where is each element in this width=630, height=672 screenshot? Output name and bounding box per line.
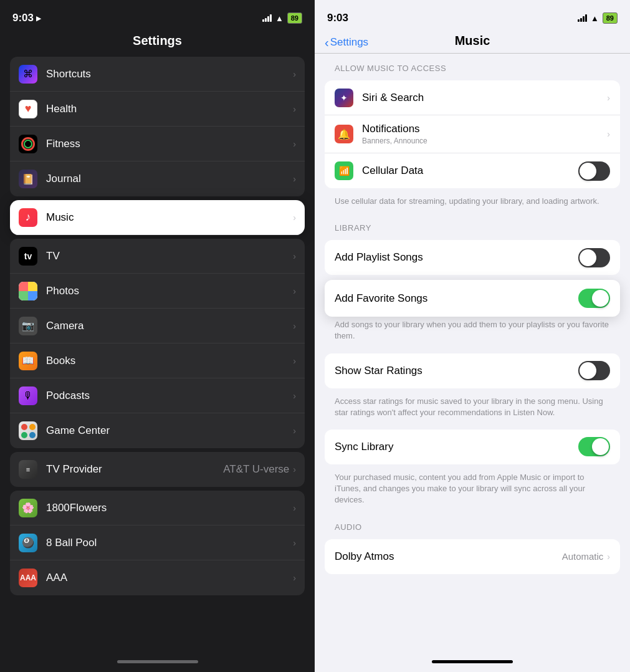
allow-music-section: ✦ Siri & Search › 🔔 Notifications Banner… <box>325 80 620 188</box>
camera-chevron: › <box>293 321 296 331</box>
right-page-title: Music <box>325 34 620 48</box>
add-favorite-songs-thumb <box>592 290 609 307</box>
fitness-label: Fitness <box>46 138 293 150</box>
right-status-time: 9:03 <box>327 12 348 24</box>
settings-row-dolby[interactable]: Dolby Atmos Automatic › <box>325 539 620 574</box>
cellular-label: Cellular Data <box>362 165 578 177</box>
gamecenter-label: Game Center <box>46 425 293 437</box>
add-favorite-songs-label: Add Favorite Songs <box>335 292 578 305</box>
add-favorite-songs-toggle[interactable] <box>578 289 610 308</box>
siri-chevron: › <box>607 93 610 103</box>
1800flowers-label: 1800Flowers <box>46 502 293 514</box>
settings-row-fitness[interactable]: Fitness › <box>10 127 305 161</box>
journal-label: Journal <box>46 173 293 185</box>
shortcuts-chevron: › <box>293 69 296 79</box>
tvprovider-label: TV Provider <box>46 463 223 476</box>
settings-section-tvprovider: ≡ TV Provider AT&T U-verse › <box>10 452 305 487</box>
settings-row-health[interactable]: ♥ Health › <box>10 92 305 127</box>
settings-section-3: tv TV › Photos › 📷 <box>10 239 305 448</box>
aaa-icon: AAA <box>19 569 37 587</box>
library-header: LIBRARY <box>315 213 630 235</box>
dolby-section: Dolby Atmos Automatic › <box>325 539 620 574</box>
settings-row-add-playlist-songs[interactable]: Add Playlist Songs <box>325 240 620 275</box>
settings-row-1800flowers[interactable]: 🌸 1800Flowers › <box>10 491 305 526</box>
8ball-chevron: › <box>293 538 296 548</box>
right-battery-indicator: 89 <box>603 12 618 24</box>
podcasts-chevron: › <box>293 391 296 401</box>
books-icon: 📖 <box>19 352 37 370</box>
back-chevron: ‹ <box>325 35 329 49</box>
settings-row-shortcuts[interactable]: ⌘ Shortcuts › <box>10 57 305 92</box>
right-home-bar <box>432 660 513 663</box>
settings-row-journal[interactable]: 📔 Journal › <box>10 161 305 196</box>
shortcuts-icon: ⌘ <box>19 65 37 84</box>
settings-row-books[interactable]: 📖 Books › <box>10 343 305 378</box>
journal-chevron: › <box>293 174 296 184</box>
settings-row-sync-library[interactable]: Sync Library <box>325 430 620 464</box>
settings-row-tv[interactable]: tv TV › <box>10 239 305 274</box>
right-signal-icon <box>578 14 587 22</box>
notifications-label: Notifications <box>362 123 607 135</box>
settings-row-cellular[interactable]: 📶 Cellular Data <box>325 153 620 188</box>
1800flowers-chevron: › <box>293 503 296 513</box>
settings-row-tvprovider[interactable]: ≡ TV Provider AT&T U-verse › <box>10 452 305 487</box>
fitness-chevron: › <box>293 139 296 149</box>
tvprovider-chevron: › <box>293 464 296 474</box>
star-ratings-thumb <box>580 362 596 379</box>
tv-icon: tv <box>19 247 37 266</box>
star-ratings-label: Show Star Ratings <box>335 365 578 377</box>
left-status-icons: ▲ 89 <box>262 12 302 24</box>
photos-icon <box>19 282 37 300</box>
dolby-label: Dolby Atmos <box>335 550 562 563</box>
add-playlist-songs-toggle[interactable] <box>578 248 610 267</box>
cellular-toggle[interactable] <box>578 161 610 181</box>
sync-library-thumb <box>592 438 609 455</box>
signal-icon <box>262 14 272 22</box>
right-nav-bar: ‹ Settings Music <box>315 31 630 54</box>
sync-library-toggle[interactable] <box>578 437 610 456</box>
left-home-indicator <box>0 651 315 672</box>
aaa-label: AAA <box>46 572 293 584</box>
cellular-description: Use cellular data for streaming, updatin… <box>315 193 630 213</box>
add-playlist-songs-thumb <box>580 249 596 266</box>
notifications-chevron: › <box>607 129 610 139</box>
books-label: Books <box>46 355 293 367</box>
photos-label: Photos <box>46 285 293 297</box>
add-favorite-songs-row[interactable]: Add Favorite Songs <box>325 280 620 317</box>
aaa-chevron: › <box>293 573 296 583</box>
settings-row-aaa[interactable]: AAA AAA › <box>10 560 305 595</box>
settings-row-star-ratings[interactable]: Show Star Ratings <box>325 353 620 388</box>
cellular-toggle-thumb <box>580 163 596 180</box>
settings-row-notifications[interactable]: 🔔 Notifications Banners, Announce › <box>325 115 620 153</box>
right-content: ALLOW MUSIC TO ACCESS ✦ Siri & Search › … <box>315 54 630 651</box>
right-panel: 9:03 ▲ 89 ‹ Settings Music ALLOW MUSIC T… <box>315 0 630 672</box>
settings-row-podcasts[interactable]: 🎙 Podcasts › <box>10 378 305 413</box>
settings-row-siri[interactable]: ✦ Siri & Search › <box>325 80 620 115</box>
tvprovider-value: AT&T U-verse <box>223 463 289 476</box>
settings-row-camera[interactable]: 📷 Camera › <box>10 309 305 343</box>
podcasts-label: Podcasts <box>46 390 293 402</box>
dolby-chevron: › <box>607 552 610 562</box>
settings-section-1: ⌘ Shortcuts › ♥ Health › Fitness › <box>10 57 305 196</box>
library-description: Add songs to your library when you add t… <box>315 317 630 348</box>
settings-row-music[interactable]: ♪ Music › <box>10 200 305 235</box>
wifi-icon: ▲ <box>275 14 284 23</box>
star-ratings-toggle[interactable] <box>578 361 610 380</box>
health-icon: ♥ <box>19 100 37 118</box>
back-button[interactable]: ‹ Settings <box>325 35 368 49</box>
library-section: Add Playlist Songs <box>325 240 620 275</box>
location-icon: ▶ <box>36 15 41 22</box>
left-status-time: 9:03 ▶ <box>12 12 41 24</box>
siri-label: Siri & Search <box>362 92 607 104</box>
health-label: Health <box>46 103 293 115</box>
right-status-icons: ▲ 89 <box>578 12 618 24</box>
podcasts-icon: 🎙 <box>19 386 37 405</box>
back-label: Settings <box>330 36 368 49</box>
star-ratings-section: Show Star Ratings <box>325 353 620 388</box>
settings-row-gamecenter[interactable]: Game Center › <box>10 413 305 448</box>
settings-row-8ball[interactable]: 🎱 8 Ball Pool › <box>10 526 305 560</box>
star-ratings-description: Access star ratings for music saved to y… <box>315 393 630 425</box>
journal-icon: 📔 <box>19 170 37 188</box>
tvprovider-icon: ≡ <box>19 460 37 479</box>
settings-row-photos[interactable]: Photos › <box>10 274 305 309</box>
